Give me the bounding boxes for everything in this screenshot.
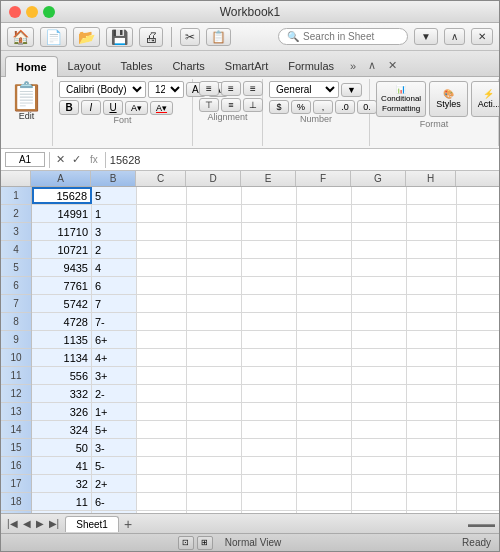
cell-a14[interactable]: 324 — [32, 421, 92, 438]
cell-h12[interactable] — [407, 385, 457, 402]
cell-c12[interactable] — [137, 385, 187, 402]
cell-f2[interactable] — [297, 205, 352, 222]
cell-h19[interactable] — [407, 511, 457, 513]
cell-d10[interactable] — [187, 349, 242, 366]
cell-c14[interactable] — [137, 421, 187, 438]
highlight-button[interactable]: A▾ — [125, 101, 148, 115]
cell-h18[interactable] — [407, 493, 457, 510]
cell-e3[interactable] — [242, 223, 297, 240]
cell-h1[interactable] — [407, 187, 457, 204]
cell-a3[interactable]: 11710 — [32, 223, 92, 240]
font-color-button[interactable]: A▾ — [150, 101, 173, 115]
cell-f16[interactable] — [297, 457, 352, 474]
col-header-d[interactable]: D — [186, 171, 241, 186]
cell-f8[interactable] — [297, 313, 352, 330]
col-header-f[interactable]: F — [296, 171, 351, 186]
cell-f13[interactable] — [297, 403, 352, 420]
cell-f19[interactable] — [297, 511, 352, 513]
cell-f12[interactable] — [297, 385, 352, 402]
cell-g10[interactable] — [352, 349, 407, 366]
open-btn[interactable]: 📂 — [73, 27, 100, 47]
cell-e8[interactable] — [242, 313, 297, 330]
align-right-btn[interactable]: ≡ — [243, 81, 263, 96]
col-header-b[interactable]: B — [91, 171, 136, 186]
cell-d8[interactable] — [187, 313, 242, 330]
cell-g18[interactable] — [352, 493, 407, 510]
cell-b15[interactable]: 3- — [92, 439, 137, 456]
cell-f6[interactable] — [297, 277, 352, 294]
cell-b5[interactable]: 4 — [92, 259, 137, 276]
cell-h15[interactable] — [407, 439, 457, 456]
cell-d13[interactable] — [187, 403, 242, 420]
cell-b6[interactable]: 6 — [92, 277, 137, 294]
cell-c7[interactable] — [137, 295, 187, 312]
row-header-8[interactable]: 8 — [1, 313, 31, 331]
tab-layout[interactable]: Layout — [58, 56, 111, 76]
cell-e19[interactable] — [242, 511, 297, 513]
close-tab[interactable]: ✕ — [382, 55, 403, 76]
cell-b1[interactable]: 5 — [92, 187, 137, 204]
cell-f1[interactable] — [297, 187, 352, 204]
row-header-10[interactable]: 10 — [1, 349, 31, 367]
italic-button[interactable]: I — [81, 100, 101, 115]
cell-e4[interactable] — [242, 241, 297, 258]
cell-h3[interactable] — [407, 223, 457, 240]
cell-g4[interactable] — [352, 241, 407, 258]
collapse-btn[interactable]: ∧ — [444, 28, 465, 45]
cell-e12[interactable] — [242, 385, 297, 402]
maximize-button[interactable] — [43, 6, 55, 18]
window-controls[interactable] — [9, 6, 55, 18]
cell-a1[interactable]: 15628 — [32, 187, 92, 204]
cell-b13[interactable]: 1+ — [92, 403, 137, 420]
cell-e2[interactable] — [242, 205, 297, 222]
underline-button[interactable]: U — [103, 100, 123, 115]
cell-b18[interactable]: 6- — [92, 493, 137, 510]
row-header-16[interactable]: 16 — [1, 457, 31, 475]
cell-e16[interactable] — [242, 457, 297, 474]
cell-e13[interactable] — [242, 403, 297, 420]
cell-a12[interactable]: 332 — [32, 385, 92, 402]
cell-e6[interactable] — [242, 277, 297, 294]
cell-b4[interactable]: 2 — [92, 241, 137, 258]
prev-sheet-btn[interactable]: ◀ — [21, 518, 33, 529]
cell-h4[interactable] — [407, 241, 457, 258]
cell-d16[interactable] — [187, 457, 242, 474]
cell-g13[interactable] — [352, 403, 407, 420]
cell-g1[interactable] — [352, 187, 407, 204]
actions-btn[interactable]: ⚡ Acti... — [471, 81, 500, 117]
cut-btn[interactable]: ✂ — [180, 28, 200, 46]
cell-a10[interactable]: 1134 — [32, 349, 92, 366]
tab-charts[interactable]: Charts — [162, 56, 214, 76]
sheet1-tab[interactable]: Sheet1 — [65, 516, 119, 532]
tab-home[interactable]: Home — [5, 56, 58, 77]
scroll-bar-area[interactable]: ▬▬▬ — [468, 519, 495, 529]
cell-g16[interactable] — [352, 457, 407, 474]
cell-h6[interactable] — [407, 277, 457, 294]
row-header-17[interactable]: 17 — [1, 475, 31, 493]
cell-c11[interactable] — [137, 367, 187, 384]
cell-e15[interactable] — [242, 439, 297, 456]
decimal-inc-btn[interactable]: .0 — [335, 100, 355, 114]
cell-f10[interactable] — [297, 349, 352, 366]
cell-b8[interactable]: 7- — [92, 313, 137, 330]
cell-d15[interactable] — [187, 439, 242, 456]
close-ribbon-btn[interactable]: ✕ — [471, 28, 493, 45]
row-header-13[interactable]: 13 — [1, 403, 31, 421]
cell-c4[interactable] — [137, 241, 187, 258]
col-header-c[interactable]: C — [136, 171, 186, 186]
cell-g8[interactable] — [352, 313, 407, 330]
cell-c16[interactable] — [137, 457, 187, 474]
print-btn[interactable]: 🖨 — [139, 27, 163, 47]
styles-btn[interactable]: 🎨 Styles — [429, 81, 468, 117]
cell-c8[interactable] — [137, 313, 187, 330]
cell-c2[interactable] — [137, 205, 187, 222]
cell-e17[interactable] — [242, 475, 297, 492]
cell-e14[interactable] — [242, 421, 297, 438]
cancel-formula-icon[interactable]: ✕ — [54, 153, 67, 166]
cell-h16[interactable] — [407, 457, 457, 474]
cell-g17[interactable] — [352, 475, 407, 492]
cell-g6[interactable] — [352, 277, 407, 294]
cell-h13[interactable] — [407, 403, 457, 420]
row-header-3[interactable]: 3 — [1, 223, 31, 241]
cell-b11[interactable]: 3+ — [92, 367, 137, 384]
